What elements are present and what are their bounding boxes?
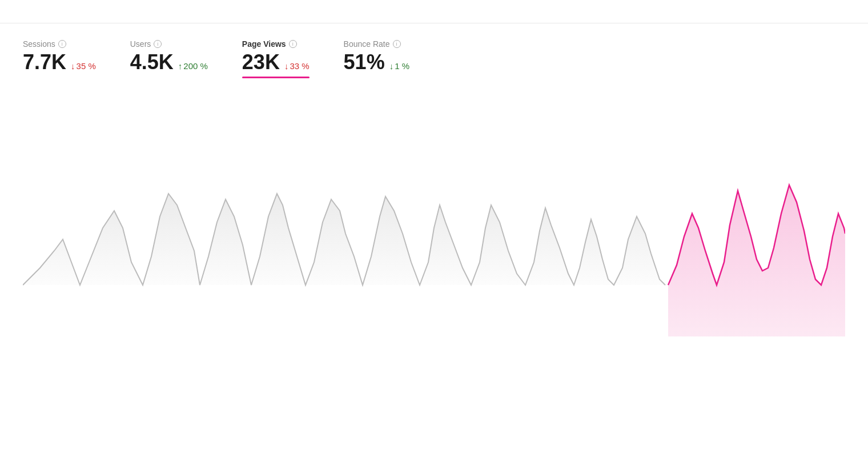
metric-label-text-sessions: Sessions <box>23 39 55 49</box>
metric-change-users: 200 % <box>178 61 208 71</box>
metric-sessions[interactable]: Sessionsi7.7K35 % <box>23 39 130 73</box>
chart-area <box>23 91 845 336</box>
metric-label-text-bounce-rate: Bounce Rate <box>344 39 390 49</box>
change-text-bounce-rate: 1 % <box>395 61 409 71</box>
metric-value-bounce-rate: 51% <box>344 52 385 73</box>
change-text-page-views: 33 % <box>290 61 309 71</box>
metric-label-text-page-views: Page Views <box>242 39 286 49</box>
info-icon-sessions[interactable]: i <box>58 40 66 48</box>
metric-label-bounce-rate: Bounce Ratei <box>344 39 409 49</box>
engagement-chart[interactable] <box>23 91 845 336</box>
change-arrow-page-views <box>284 61 289 71</box>
metrics-row: Sessionsi7.7K35 %Usersi4.5K200 %Page Vie… <box>23 39 845 73</box>
metric-change-bounce-rate: 1 % <box>389 61 409 71</box>
metric-value-row-users: 4.5K200 % <box>130 52 208 73</box>
metric-label-text-users: Users <box>130 39 151 49</box>
info-icon-users[interactable]: i <box>154 40 162 48</box>
metric-value-row-page-views: 23K33 % <box>242 52 310 73</box>
metric-value-page-views: 23K <box>242 52 280 73</box>
info-icon-page-views[interactable]: i <box>289 40 297 48</box>
metric-value-sessions: 7.7K <box>23 52 66 73</box>
metric-value-row-sessions: 7.7K35 % <box>23 52 96 73</box>
change-arrow-sessions <box>71 61 75 71</box>
header-divider <box>0 23 868 23</box>
metric-page-views[interactable]: Page Viewsi23K33 % <box>242 39 344 73</box>
main-container: Sessionsi7.7K35 %Usersi4.5K200 %Page Vie… <box>0 0 868 336</box>
metric-label-sessions: Sessionsi <box>23 39 96 49</box>
metric-users[interactable]: Usersi4.5K200 % <box>130 39 242 73</box>
change-text-sessions: 35 % <box>77 61 96 71</box>
change-text-users: 200 % <box>183 61 208 71</box>
metric-change-sessions: 35 % <box>71 61 96 71</box>
metric-label-page-views: Page Viewsi <box>242 39 310 49</box>
metric-value-row-bounce-rate: 51%1 % <box>344 52 409 73</box>
metric-change-page-views: 33 % <box>284 61 310 71</box>
metric-value-users: 4.5K <box>130 52 174 73</box>
info-icon-bounce-rate[interactable]: i <box>393 40 401 48</box>
metric-label-users: Usersi <box>130 39 208 49</box>
change-arrow-bounce-rate <box>389 61 394 71</box>
change-arrow-users <box>178 61 183 71</box>
metric-bounce-rate[interactable]: Bounce Ratei51%1 % <box>344 39 444 73</box>
